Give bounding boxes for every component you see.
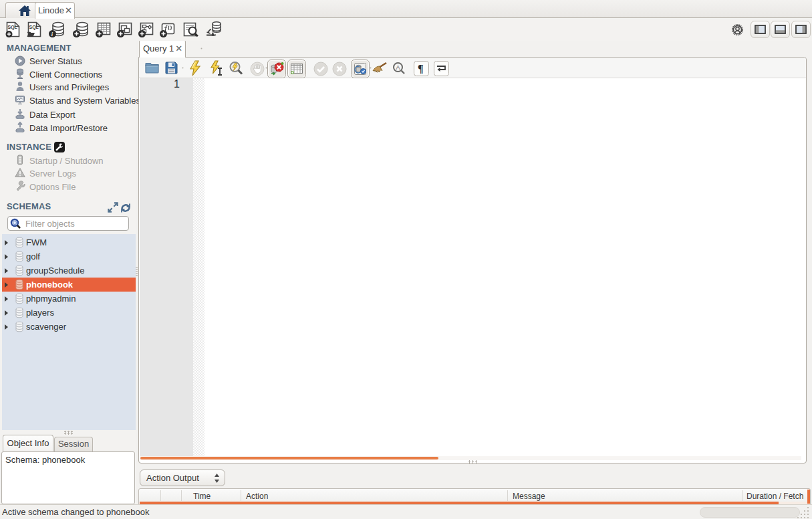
svg-text:SQL: SQL xyxy=(8,25,18,30)
svg-text:SQL: SQL xyxy=(29,25,39,30)
svg-text:¶: ¶ xyxy=(418,63,424,74)
svg-text:A: A xyxy=(396,64,400,71)
